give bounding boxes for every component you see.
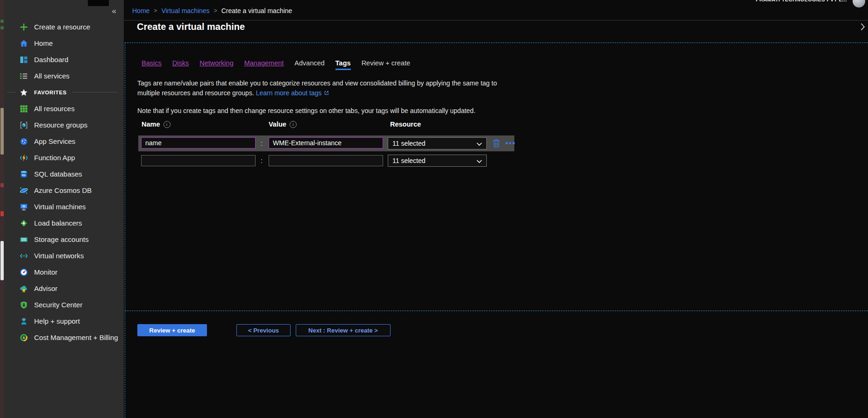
- lightning-icon: [20, 154, 28, 162]
- sidebar-item-all-services[interactable]: All services: [4, 68, 124, 84]
- sidebar-item-label: Virtual networks: [34, 252, 84, 260]
- sidebar-collapse-button[interactable]: «: [112, 7, 116, 16]
- tag-name-input[interactable]: [141, 137, 256, 149]
- sidebar-item-resource-groups[interactable]: Resource groups: [4, 117, 124, 133]
- sliver-fragment: [0, 20, 4, 23]
- sidebar-item-all-resources[interactable]: All resources: [4, 100, 124, 117]
- chevron-right-icon[interactable]: [861, 23, 865, 31]
- previous-button[interactable]: < Previous: [236, 324, 291, 336]
- tab-tags[interactable]: Tags: [335, 59, 351, 70]
- divider: [124, 20, 868, 21]
- main-content: PRAMATI TECHNOLOGIES PVT L... Home > Vir…: [124, 0, 868, 418]
- external-link-icon: [324, 89, 329, 99]
- avatar[interactable]: [853, 0, 865, 7]
- sidebar-item-create-a-resource[interactable]: Create a resource: [4, 19, 124, 35]
- sidebar-item-label: Help + support: [34, 317, 80, 325]
- name-value-separator: :: [257, 154, 266, 168]
- more-options-icon[interactable]: [505, 142, 515, 144]
- delete-tag-icon[interactable]: [492, 139, 500, 148]
- sliver-fragment: [0, 183, 4, 187]
- sidebar-item-home[interactable]: Home: [4, 35, 124, 51]
- tags-table: Name i Value i Resource : 11 selected: [137, 120, 525, 168]
- tags-description: Tags are name/value pairs that enable yo…: [137, 78, 510, 99]
- tab-basics[interactable]: Basics: [142, 59, 162, 70]
- sidebar-section-favorites: FAVORITES: [4, 84, 124, 100]
- tenant-name[interactable]: PRAMATI TECHNOLOGIES PVT L...: [756, 0, 847, 2]
- sidebar-item-dashboard[interactable]: Dashboard: [4, 51, 124, 68]
- breadcrumb-virtual-machines[interactable]: Virtual machines: [161, 7, 209, 14]
- sliver-fragment: [0, 211, 4, 216]
- monitor-screen-icon: [20, 203, 28, 211]
- sidebar-item-label: Resource groups: [34, 121, 87, 129]
- sidebar-item-label: Security Center: [34, 301, 82, 309]
- tag-value-input[interactable]: [269, 137, 383, 149]
- tab-review-create[interactable]: Review + create: [362, 59, 410, 70]
- svg-text:SQL: SQL: [21, 174, 26, 176]
- breadcrumb-home[interactable]: Home: [132, 7, 149, 14]
- cube-icon: [20, 121, 28, 129]
- sidebar-item-monitor[interactable]: Monitor: [4, 264, 124, 280]
- sidebar-item-label: Cost Management + Billing: [34, 333, 118, 341]
- info-icon[interactable]: i: [290, 121, 297, 128]
- sidebar-item-sql-databases[interactable]: SQL SQL databases: [4, 166, 124, 182]
- sidebar-nav: Create a resource Home Dashboard All ser…: [4, 19, 124, 346]
- learn-more-link[interactable]: Learn more about tags: [256, 89, 329, 97]
- resource-dropdown-value: 11 selected: [392, 140, 426, 147]
- sidebar-item-label: Dashboard: [34, 56, 68, 64]
- sidebar-item-storage-accounts[interactable]: Storage accounts: [4, 231, 124, 248]
- tag-row: : 11 selected: [138, 135, 514, 151]
- breadcrumb: Home > Virtual machines > Create a virtu…: [132, 7, 292, 14]
- tab-networking[interactable]: Networking: [199, 59, 234, 70]
- sidebar-item-label: Load balancers: [34, 219, 82, 227]
- planet-icon: [20, 186, 28, 195]
- chevron-down-icon: [477, 157, 482, 164]
- storage-icon: [20, 235, 28, 244]
- grid-icon: [20, 105, 28, 113]
- sidebar-item-function-app[interactable]: Function App: [4, 149, 124, 166]
- sidebar-item-virtual-networks[interactable]: Virtual networks: [4, 248, 124, 264]
- globe-icon: [20, 137, 28, 146]
- resource-dropdown[interactable]: 11 selected: [388, 137, 487, 149]
- tag-name-input[interactable]: [141, 155, 256, 166]
- sidebar-item-advisor[interactable]: Advisor: [4, 280, 124, 297]
- network-brackets-icon: [20, 252, 28, 260]
- page-title: Create a virtual machine: [137, 21, 245, 32]
- azure-portal-window: « Create a resource Home Dashboard: [0, 0, 868, 418]
- next-button[interactable]: Next : Review + create >: [296, 324, 391, 336]
- tab-disks[interactable]: Disks: [172, 59, 189, 70]
- sidebar-item-app-services[interactable]: App Services: [4, 133, 124, 149]
- sidebar-item-load-balancers[interactable]: Load balancers: [4, 215, 124, 231]
- info-icon[interactable]: i: [164, 121, 171, 128]
- sliver-fragment: [0, 241, 4, 280]
- sidebar-item-label: Azure Cosmos DB: [34, 186, 92, 194]
- sidebar-item-help-support[interactable]: Help + support: [4, 313, 124, 329]
- tab-advanced[interactable]: Advanced: [294, 59, 325, 70]
- divider: [7, 92, 15, 92]
- resource-dropdown-value: 11 selected: [392, 157, 426, 164]
- cost-donut-icon: $: [20, 333, 28, 342]
- person-headset-icon: [20, 317, 28, 326]
- sidebar-item-virtual-machines[interactable]: Virtual machines: [4, 198, 124, 215]
- sidebar-item-label: Function App: [34, 154, 75, 162]
- resource-dropdown[interactable]: 11 selected: [388, 155, 487, 167]
- wizard-tabs: Basics Disks Networking Management Advan…: [142, 59, 410, 70]
- sidebar-item-security-center[interactable]: Security Center: [4, 297, 124, 313]
- sidebar-item-azure-cosmos-db[interactable]: Azure Cosmos DB: [4, 182, 124, 198]
- star-icon: [20, 88, 28, 97]
- services-list-icon: [20, 72, 28, 80]
- column-header-name: Name i: [142, 120, 171, 128]
- name-value-separator: :: [257, 135, 266, 151]
- sliver-fragment: [0, 108, 4, 155]
- sidebar-item-label: All services: [34, 72, 70, 80]
- review-create-button[interactable]: Review + create: [137, 324, 207, 336]
- sidebar-item-label: Virtual machines: [34, 203, 86, 211]
- tab-management[interactable]: Management: [244, 59, 284, 70]
- breadcrumb-separator: >: [154, 7, 157, 14]
- tag-value-input[interactable]: [269, 155, 383, 166]
- sidebar-item-cost-management-billing[interactable]: $ Cost Management + Billing: [4, 329, 124, 346]
- gauge-icon: [20, 268, 28, 276]
- dashboard-icon: [20, 56, 28, 64]
- breadcrumb-separator: >: [214, 7, 217, 14]
- sidebar-section-label: FAVORITES: [34, 90, 67, 95]
- database-icon: SQL: [20, 170, 28, 178]
